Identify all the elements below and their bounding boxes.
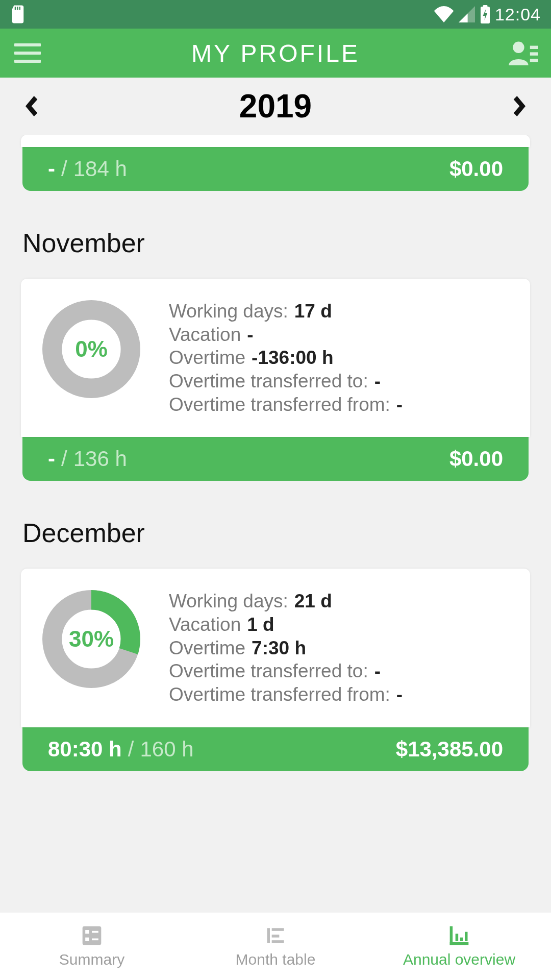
svg-rect-6: [530, 46, 538, 49]
footer-amount: $13,385.00: [396, 737, 503, 762]
previous-month-card-partial: [21, 135, 530, 147]
footer-amount: $0.00: [449, 157, 503, 181]
month-card-december[interactable]: 30% Working days: 21 d Vacation 1 d Over…: [21, 569, 530, 727]
tab-month-table[interactable]: Month table: [184, 913, 367, 980]
status-left: [10, 5, 26, 23]
hours-sep: /: [128, 737, 134, 762]
svg-rect-12: [85, 930, 89, 934]
stat-overtime: Overtime 7:30 h: [169, 637, 508, 659]
profile-button[interactable]: [508, 38, 539, 68]
svg-rect-15: [92, 939, 98, 941]
hours-sep: /: [61, 447, 67, 471]
months-scroll-area[interactable]: - / 184 h $0.00 November 0% Working days…: [0, 135, 551, 913]
hamburger-icon: [14, 43, 41, 63]
stat-overtime-to: Overtime transferred to: -: [169, 660, 508, 682]
svg-rect-13: [85, 938, 89, 941]
target-hours: 160 h: [140, 737, 193, 762]
year-navigation: 2019: [0, 78, 551, 135]
actual-hours: 80:30 h: [48, 737, 122, 762]
svg-rect-21: [450, 942, 469, 945]
status-right: 12:04: [434, 5, 541, 24]
bottom-tab-bar: Summary Month table Annual overview: [0, 913, 551, 980]
target-hours: 136 h: [73, 447, 127, 471]
svg-rect-18: [272, 935, 280, 938]
svg-rect-1: [17, 7, 18, 10]
cellular-signal-icon: [458, 6, 475, 22]
app-bar: MY PROFILE: [0, 29, 551, 78]
target-hours: 184 h: [73, 157, 127, 181]
svg-rect-17: [272, 928, 284, 931]
sd-card-icon: [10, 5, 26, 23]
svg-rect-23: [460, 938, 463, 941]
tab-annual-overview[interactable]: Annual overview: [367, 913, 551, 980]
tab-summary[interactable]: Summary: [0, 913, 184, 980]
svg-rect-19: [272, 940, 284, 943]
svg-point-5: [513, 42, 524, 53]
november-percent: 0%: [75, 336, 108, 362]
svg-rect-14: [92, 931, 98, 933]
year-label: 2019: [239, 87, 312, 125]
svg-rect-0: [15, 7, 16, 10]
stat-working-days: Working days: 21 d: [169, 590, 508, 612]
stat-overtime: Overtime -136:00 h: [169, 347, 508, 369]
footer-hours: - / 184 h: [48, 157, 127, 181]
tab-annual-overview-label: Annual overview: [403, 951, 515, 968]
stat-vacation: Vacation -: [169, 324, 508, 346]
menu-button[interactable]: [12, 38, 43, 68]
month-card-november[interactable]: 0% Working days: 17 d Vacation - Overtim…: [21, 279, 530, 437]
december-stats: Working days: 21 d Vacation 1 d Overtime…: [169, 590, 508, 705]
footer-amount: $0.00: [449, 447, 503, 471]
december-donut: 30%: [42, 590, 140, 688]
actual-hours: -: [48, 447, 55, 471]
stat-working-days: Working days: 17 d: [169, 300, 508, 323]
svg-rect-16: [267, 928, 270, 943]
hours-sep: /: [61, 157, 67, 181]
svg-rect-4: [483, 5, 487, 8]
month-title-december: December: [22, 518, 529, 548]
actual-hours: -: [48, 157, 55, 181]
previous-month-footer[interactable]: - / 184 h $0.00: [22, 147, 529, 191]
wifi-icon: [434, 6, 454, 22]
next-year-button[interactable]: [510, 96, 531, 116]
svg-rect-22: [456, 934, 459, 941]
table-icon: [264, 924, 287, 947]
december-percent: 30%: [69, 626, 114, 652]
svg-rect-24: [465, 932, 468, 941]
tab-summary-label: Summary: [59, 951, 124, 968]
month-title-november: November: [22, 228, 529, 258]
summary-icon: [81, 924, 103, 947]
svg-rect-7: [530, 52, 538, 55]
page-title: MY PROFILE: [191, 39, 360, 67]
tab-month-table-label: Month table: [236, 951, 316, 968]
svg-rect-11: [83, 926, 102, 945]
person-list-icon: [509, 41, 538, 65]
status-bar: 12:04: [0, 0, 551, 29]
stat-overtime-from: Overtime transferred from: -: [169, 683, 508, 706]
stat-vacation: Vacation 1 d: [169, 614, 508, 636]
footer-hours: - / 136 h: [48, 447, 127, 471]
status-time: 12:04: [495, 5, 541, 24]
november-footer[interactable]: - / 136 h $0.00: [22, 437, 529, 481]
december-footer[interactable]: 80:30 h / 160 h $13,385.00: [22, 727, 529, 771]
footer-hours: 80:30 h / 160 h: [48, 737, 194, 762]
stat-overtime-from: Overtime transferred from: -: [169, 394, 508, 416]
stat-overtime-to: Overtime transferred to: -: [169, 370, 508, 393]
bar-chart-icon: [448, 924, 470, 947]
battery-charging-icon: [480, 5, 491, 23]
november-donut: 0%: [42, 300, 140, 398]
november-stats: Working days: 17 d Vacation - Overtime -…: [169, 300, 508, 415]
svg-rect-2: [19, 7, 21, 10]
prev-year-button[interactable]: [20, 96, 41, 116]
svg-rect-8: [530, 59, 538, 62]
